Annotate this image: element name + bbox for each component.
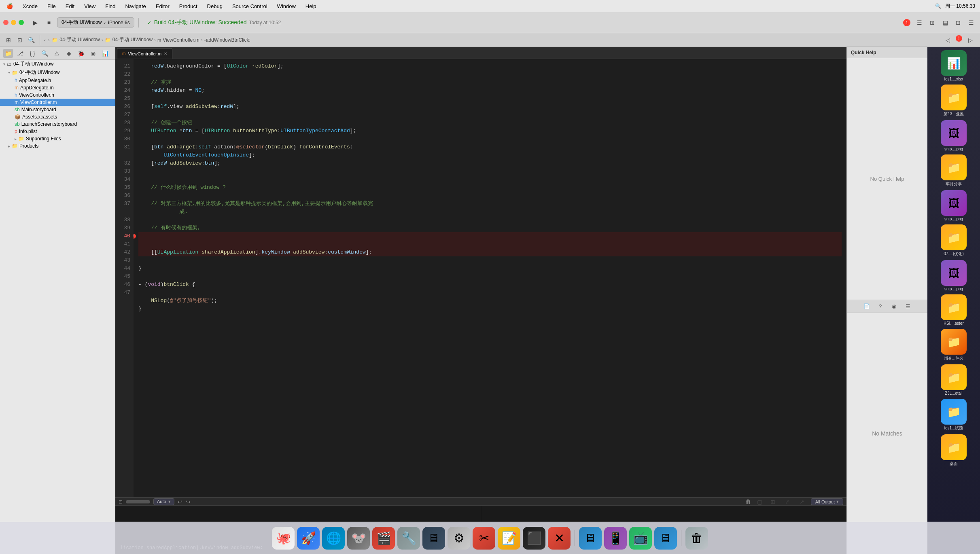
- assistant-editor-icon[interactable]: ⊡: [952, 18, 964, 27]
- dock-iterm[interactable]: 🖥: [422, 527, 445, 550]
- folder-nav-icon[interactable]: 📁: [3, 49, 13, 58]
- dock-app3[interactable]: 📱: [604, 527, 627, 550]
- jump-to-icon[interactable]: ↗: [796, 497, 808, 507]
- minimize-button[interactable]: [11, 20, 16, 25]
- menu-file[interactable]: File: [46, 2, 57, 10]
- desktop-item-img2[interactable]: 🖼 snip....png: [929, 190, 978, 221]
- file-appdelegateh[interactable]: h AppDelegate.h: [0, 77, 115, 84]
- dock-finder[interactable]: 🐙: [272, 527, 295, 550]
- single-pane-icon[interactable]: ▢: [754, 497, 766, 507]
- sidebar-toggle-right[interactable]: ☰: [965, 18, 977, 27]
- file-appdelegatem[interactable]: m AppDelegate.m: [0, 84, 115, 91]
- dock-launchpad[interactable]: 🚀: [297, 527, 320, 550]
- desktop-item-img3[interactable]: 🖼 snip....png: [929, 260, 978, 291]
- menu-source-control[interactable]: Source Control: [231, 2, 269, 10]
- dock-notes[interactable]: 📝: [498, 527, 520, 550]
- dock-app2[interactable]: 🖥: [579, 527, 602, 550]
- folder-products[interactable]: ▸ 📁 Products: [0, 142, 115, 150]
- report-nav-icon[interactable]: 📊: [100, 49, 110, 58]
- desktop-item-folder3[interactable]: 📁 07-...(优化): [929, 224, 978, 257]
- nav-back[interactable]: ‹: [44, 38, 46, 42]
- source-control-nav-icon[interactable]: ⎇: [15, 49, 25, 58]
- sidebar-icon[interactable]: ⊞: [4, 36, 13, 44]
- issues-toggle[interactable]: ⊡: [119, 499, 123, 505]
- menu-help[interactable]: Help: [304, 2, 318, 10]
- assistant-icon[interactable]: ▷: [965, 35, 976, 45]
- close-button[interactable]: [3, 20, 8, 25]
- menu-product[interactable]: Product: [178, 2, 199, 10]
- dock-terminal[interactable]: ⬛: [523, 527, 545, 550]
- desktop-item-xlsx[interactable]: 📊 ios1....xlsx: [929, 50, 978, 81]
- tab-viewcontrollerm[interactable]: m ViewController.m ✕: [117, 48, 172, 59]
- menu-debug[interactable]: Debug: [206, 2, 224, 10]
- maximize-button[interactable]: [19, 20, 24, 25]
- file-inspector-icon[interactable]: 📄: [861, 302, 872, 311]
- group-main[interactable]: ▾ 📁 04-手动 UIWindow: [0, 68, 115, 77]
- editor-layout-icon[interactable]: ▤: [940, 18, 951, 27]
- apple-menu[interactable]: 🍎: [5, 2, 15, 10]
- dock-quicktime[interactable]: 🎬: [372, 527, 395, 550]
- menu-editor[interactable]: Editor: [154, 2, 171, 10]
- desktop-item-folder1[interactable]: 📁 第13...业推: [929, 85, 978, 117]
- trash-icon[interactable]: 🗑: [745, 499, 751, 505]
- warning-nav-icon[interactable]: ⚠: [52, 49, 62, 58]
- run-button[interactable]: ▶: [30, 18, 41, 27]
- dock-app1[interactable]: ✕: [548, 527, 571, 550]
- back-icon-bottom[interactable]: ↩: [178, 499, 182, 505]
- desktop-item-folder5[interactable]: 📁 指令...件夹: [929, 329, 978, 361]
- breadcrumb-part-2[interactable]: 04-手动 UIWindow: [112, 36, 153, 43]
- expand-icon[interactable]: ⤢: [782, 497, 793, 507]
- menu-window[interactable]: Window: [276, 2, 297, 10]
- desktop-item-folder7[interactable]: 📁 ios1...试题: [929, 399, 978, 431]
- desktop-item-img1[interactable]: 🖼 snip....png: [929, 120, 978, 151]
- dock-prefs[interactable]: ⚙: [448, 527, 470, 550]
- menu-xcode[interactable]: Xcode: [21, 2, 39, 10]
- breakpoint-nav-icon[interactable]: ◉: [88, 49, 98, 58]
- quick-help-icon[interactable]: ?: [875, 302, 886, 311]
- nav-forward[interactable]: ›: [48, 38, 50, 42]
- dock-tools[interactable]: 🔧: [397, 527, 420, 550]
- menu-search-icon[interactable]: 🔍: [935, 3, 941, 9]
- related-files-icon[interactable]: ◁: [942, 35, 953, 45]
- menu-navigate[interactable]: Navigate: [123, 2, 147, 10]
- menu-edit[interactable]: Edit: [64, 2, 76, 10]
- dock-trash[interactable]: 🗑: [685, 527, 708, 550]
- navigator-icon[interactable]: ⊞: [927, 18, 938, 27]
- debug-nav-icon[interactable]: 🐞: [76, 49, 86, 58]
- dock-mouse[interactable]: 🐭: [347, 527, 370, 550]
- breadcrumb-part-3[interactable]: ViewController.m: [163, 37, 199, 43]
- menu-find[interactable]: Find: [104, 2, 117, 10]
- file-viewcontrollerm[interactable]: m ViewController.m: [0, 99, 115, 106]
- output-selector[interactable]: All Output ▾: [811, 498, 843, 505]
- dock-app4[interactable]: 📺: [629, 527, 652, 550]
- scroll-thumb[interactable]: [126, 500, 150, 503]
- desktop-item-folder4[interactable]: 📁 KSI....aster: [929, 294, 978, 326]
- filter-icon[interactable]: ⊡: [15, 36, 24, 44]
- split-pane-icon[interactable]: ⊞: [767, 497, 778, 507]
- desktop-item-folder8[interactable]: 📁 桌面: [929, 434, 978, 467]
- dock-xmind[interactable]: ✂: [473, 527, 495, 550]
- code-text[interactable]: redW.backgroundColor = [UIColor redColor…: [134, 59, 846, 497]
- auto-label[interactable]: Auto ▾: [153, 498, 174, 505]
- folder-supporting[interactable]: ▸ 📁 Supporting Files: [0, 135, 115, 142]
- attributes-icon[interactable]: ☰: [903, 302, 913, 311]
- desktop-item-folder2[interactable]: 📁 车月分享: [929, 154, 978, 187]
- dock-safari[interactable]: 🌐: [322, 527, 345, 550]
- symbol-nav-icon[interactable]: { }: [28, 49, 37, 58]
- file-viewcontrollerh[interactable]: h ViewController.h: [0, 91, 115, 99]
- dock-app5[interactable]: 🖥: [654, 527, 677, 550]
- file-mainstoryboard[interactable]: sb Main.storyboard: [0, 106, 115, 113]
- project-root[interactable]: ▾ 🗂 04-手动 UIWindow: [0, 60, 115, 68]
- identity-icon[interactable]: ◉: [889, 302, 899, 311]
- breadcrumb-part-4[interactable]: -addWindowBtnClick:: [204, 37, 250, 43]
- file-assets[interactable]: 📦 Assets.xcassets: [0, 113, 115, 121]
- search-nav-icon[interactable]: 🔍: [40, 49, 49, 58]
- test-nav-icon[interactable]: ◆: [64, 49, 74, 58]
- sidebar-toggle-left[interactable]: ☰: [914, 18, 925, 27]
- file-launchscreen[interactable]: sb LaunchScreen.storyboard: [0, 121, 115, 128]
- forward-icon-bottom[interactable]: ↪: [186, 499, 191, 505]
- scheme-selector[interactable]: 04-手动 UIWindow › iPhone 6s: [57, 17, 134, 27]
- breadcrumb-part-1[interactable]: 04-手动 UIWindow: [59, 36, 100, 43]
- file-infoplist[interactable]: p Info.plist: [0, 128, 115, 135]
- menu-view[interactable]: View: [83, 2, 97, 10]
